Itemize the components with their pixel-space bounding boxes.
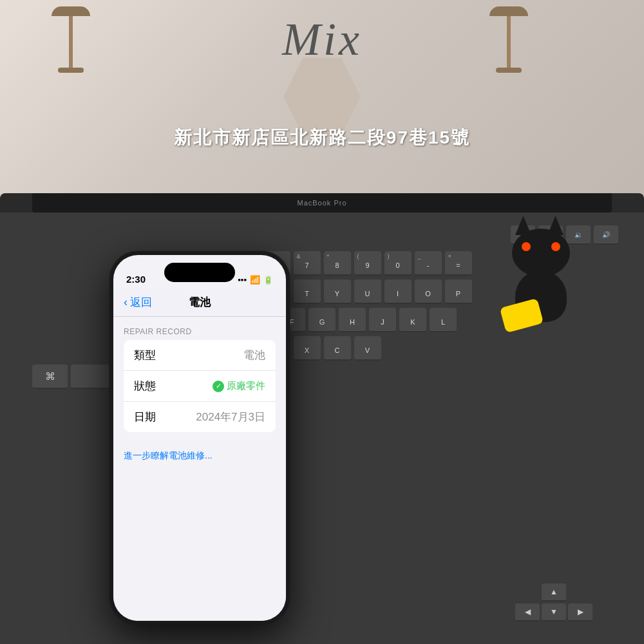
yellow-accessory xyxy=(500,298,544,333)
arrow-right-key[interactable]: ▶ xyxy=(568,603,592,621)
key-c[interactable]: C xyxy=(324,336,351,361)
repair-record-group: 類型 電池 狀態 ✓ 原廠零件 日期 2024年7月3日 xyxy=(124,340,276,432)
nav-bar: ‹ 返回 電池 xyxy=(113,289,286,317)
key-k[interactable]: K xyxy=(399,308,426,332)
green-check-icon: ✓ xyxy=(213,381,224,392)
status-icons: ▪▪▪ 📶 🔋 xyxy=(238,275,273,285)
key-p[interactable]: P xyxy=(445,279,472,304)
date-label: 日期 xyxy=(134,410,156,424)
status-value: ✓ 原廠零件 xyxy=(213,380,265,392)
iphone: 2:30 ▪▪▪ 📶 🔋 ‹ 返回 電池 REPAIR RECORD xyxy=(109,251,290,625)
toy-cat xyxy=(502,238,580,335)
store-address: 新北市新店區北新路二段97巷15號 xyxy=(0,126,644,150)
macbook-bezel: MacBook Pro xyxy=(32,193,612,213)
key-u[interactable]: U xyxy=(354,279,381,304)
section-header: REPAIR RECORD xyxy=(113,317,286,340)
cat-eyes xyxy=(522,242,560,251)
signal-icon: 📶 xyxy=(250,275,260,285)
key-x[interactable]: X xyxy=(294,336,321,361)
key-v[interactable]: V xyxy=(354,336,381,361)
dynamic-island xyxy=(164,263,235,282)
iphone-screen: 2:30 ▪▪▪ 📶 🔋 ‹ 返回 電池 REPAIR RECORD xyxy=(113,255,286,621)
stool-left xyxy=(52,6,90,84)
arrow-down-key[interactable]: ▼ xyxy=(542,603,566,621)
date-value: 2024年7月3日 xyxy=(196,410,265,424)
key-paren9[interactable]: (9 xyxy=(354,251,381,276)
status-label: 狀態 xyxy=(134,379,156,393)
key-i[interactable]: I xyxy=(384,279,412,304)
key-paren0[interactable]: )0 xyxy=(384,251,412,276)
nav-title: 電池 xyxy=(189,295,211,310)
arrow-up-key[interactable]: ▲ xyxy=(542,583,566,601)
key-minus[interactable]: _- xyxy=(415,251,442,276)
back-label: 返回 xyxy=(130,295,152,310)
learn-more-link[interactable]: 進一步瞭解電池維修... xyxy=(113,445,286,472)
back-chevron-icon: ‹ xyxy=(124,296,128,309)
key-plus[interactable]: += xyxy=(445,251,472,276)
macbook-label: MacBook Pro xyxy=(297,199,346,207)
status-row: 狀態 ✓ 原廠零件 xyxy=(124,371,276,402)
cat-eye-right xyxy=(551,242,560,251)
content-area: REPAIR RECORD 類型 電池 狀態 ✓ 原廠零件 xyxy=(113,317,286,621)
key-g[interactable]: G xyxy=(308,308,336,332)
status-genuine-text: 原廠零件 xyxy=(227,380,265,392)
volume-up-key[interactable]: 🔊 xyxy=(594,225,618,245)
cat-head xyxy=(512,229,570,277)
key-t[interactable]: T xyxy=(294,279,321,304)
stool-right xyxy=(489,6,528,84)
type-row: 類型 電池 xyxy=(124,340,276,371)
battery-icon: 🔋 xyxy=(263,276,273,285)
type-label: 類型 xyxy=(134,348,156,363)
key-l[interactable]: L xyxy=(430,308,457,332)
back-button[interactable]: ‹ 返回 xyxy=(124,295,152,310)
command-key[interactable]: ⌘ xyxy=(32,365,68,389)
key-j[interactable]: J xyxy=(369,308,396,332)
key-star8[interactable]: *8 xyxy=(324,251,351,276)
date-row: 日期 2024年7月3日 xyxy=(124,402,276,432)
store-background: Mix 新北市新店區北新路二段97巷15號 xyxy=(0,0,644,200)
background: Mix 新北市新店區北新路二段97巷15號 MacBook Pro ☀ ☀ 🔉 … xyxy=(0,0,644,644)
arrow-left-key[interactable]: ◀ xyxy=(515,603,540,621)
key-h[interactable]: H xyxy=(339,308,366,332)
wifi-icon: ▪▪▪ xyxy=(238,275,247,285)
arrow-keys: ▲ ◀ ▼ ▶ xyxy=(515,583,592,621)
type-value: 電池 xyxy=(243,348,265,363)
status-time: 2:30 xyxy=(126,274,146,285)
key-o[interactable]: O xyxy=(415,279,442,304)
key-y[interactable]: Y xyxy=(324,279,351,304)
cat-eye-left xyxy=(522,242,531,251)
key-amp7[interactable]: &7 xyxy=(294,251,321,276)
